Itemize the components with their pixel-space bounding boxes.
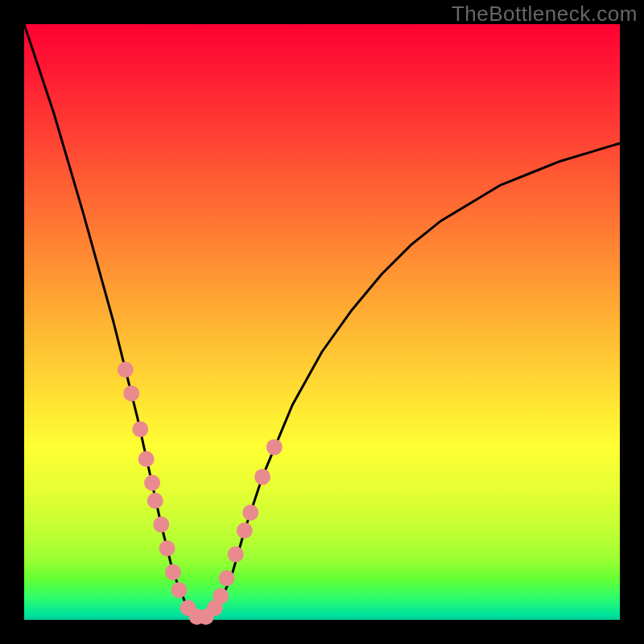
curve-marker [213,588,229,604]
curve-marker [242,505,258,521]
curve-marker [118,361,134,378]
curve-marker [138,451,155,467]
watermark-text: TheBottleneck.com [452,2,638,27]
curve-svg [24,24,620,620]
plot-area [24,24,620,620]
curve-marker [266,439,283,455]
bottleneck-curve-path [24,24,620,620]
curve-marker [237,522,253,539]
curve-marker [153,517,169,533]
curve-marker [171,582,187,598]
bottleneck-curve [24,24,620,620]
curve-marker [144,475,160,491]
curve-marker [159,540,175,556]
curve-marker [219,570,235,586]
curve-marker [254,469,270,485]
chart-frame: TheBottleneck.com [0,0,644,644]
curve-marker [123,386,139,402]
curve-marker [228,547,244,563]
curve-marker [132,421,148,437]
curve-marker [147,493,163,509]
curve-marker [165,564,181,580]
